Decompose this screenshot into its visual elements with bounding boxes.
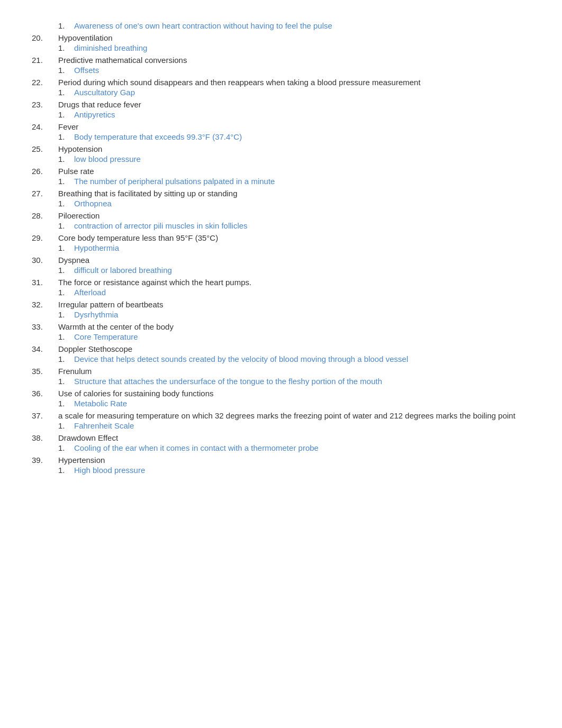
sub-item-31: 1. Afterload	[58, 288, 530, 297]
main-item-35: 35. Frenulum	[32, 367, 530, 376]
main-number-39: 39.	[32, 456, 58, 465]
sub-item-38: 1. Cooling of the ear when it comes in c…	[58, 443, 530, 452]
main-item-38: 38. Drawdown Effect	[32, 433, 530, 442]
sub-item-39: 1. High blood pressure	[58, 466, 530, 475]
sub-number-25: 1.	[58, 154, 74, 163]
sub-item-32: 1. Dysrhythmia	[58, 310, 530, 319]
sub-item-29: 1. Hypothermia	[58, 243, 530, 252]
main-number-26: 26.	[32, 167, 58, 176]
main-number-33: 33.	[32, 322, 58, 331]
sub-text-23: Antipyretics	[74, 110, 530, 119]
entry-19: 1. Awareness of one's own heart contract…	[32, 21, 530, 30]
sub-item-24: 1. Body temperature that exceeds 99.3°F …	[58, 132, 530, 141]
main-item-28: 28. Piloerection	[32, 211, 530, 220]
sub-number-34: 1.	[58, 354, 74, 363]
main-text-22: Period during which sound disappears and…	[58, 78, 530, 87]
main-item-23: 23. Drugs that reduce fever	[32, 100, 530, 109]
main-text-30: Dyspnea	[58, 256, 530, 265]
sub-number-35: 1.	[58, 377, 74, 386]
entry-34: 34. Doppler Stethoscope 1. Device that h…	[32, 344, 530, 363]
main-item-27: 27. Breathing that is facilitated by sit…	[32, 189, 530, 198]
main-text-37: a scale for measuring temperature on whi…	[58, 411, 530, 420]
main-text-21: Predictive mathematical conversions	[58, 56, 530, 65]
main-number-28: 28.	[32, 211, 58, 220]
entry-25: 25. Hypotension 1. low blood pressure	[32, 144, 530, 163]
sub-item-21: 1. Offsets	[58, 66, 530, 75]
sub-number-24: 1.	[58, 132, 74, 141]
sub-number-36: 1.	[58, 399, 74, 408]
main-text-28: Piloerection	[58, 211, 530, 220]
main-text-24: Fever	[58, 122, 530, 131]
main-item-25: 25. Hypotension	[32, 144, 530, 153]
sub-item-26: 1. The number of peripheral pulsations p…	[58, 177, 530, 186]
main-item-37: 37. a scale for measuring temperature on…	[32, 411, 530, 420]
main-text-33: Warmth at the center of the body	[58, 322, 530, 331]
entry-33: 33. Warmth at the center of the body 1. …	[32, 322, 530, 341]
sub-number-20: 1.	[58, 43, 74, 52]
sub-number-37: 1.	[58, 421, 74, 430]
entry-32: 32. Irregular pattern of beartbeats 1. D…	[32, 300, 530, 319]
sub-item-33: 1. Core Temperature	[58, 332, 530, 341]
entry-30: 30. Dyspnea 1. difficult or labored brea…	[32, 256, 530, 275]
main-item-39: 39. Hypertension	[32, 456, 530, 465]
main-number-23: 23.	[32, 100, 58, 109]
entry-29: 29. Core body temperature less than 95°F…	[32, 233, 530, 252]
main-text-36: Use of calories for sustaining body func…	[58, 389, 530, 398]
sub-number-39: 1.	[58, 466, 74, 475]
sub-text-37: Fahrenheit Scale	[74, 421, 530, 430]
entry-38: 38. Drawdown Effect 1. Cooling of the ea…	[32, 433, 530, 452]
sub-number-30: 1.	[58, 266, 74, 275]
entry-23: 23. Drugs that reduce fever 1. Antipyret…	[32, 100, 530, 119]
sub-text-31: Afterload	[74, 288, 530, 297]
sub-number-28: 1.	[58, 221, 74, 230]
main-number-30: 30.	[32, 256, 58, 265]
main-item-29: 29. Core body temperature less than 95°F…	[32, 233, 530, 242]
main-item-36: 36. Use of calories for sustaining body …	[32, 389, 530, 398]
entry-22: 22. Period during which sound disappears…	[32, 78, 530, 97]
main-number-34: 34.	[32, 344, 58, 353]
entry-35: 35. Frenulum 1. Structure that attaches …	[32, 367, 530, 386]
sub-item-37: 1. Fahrenheit Scale	[58, 421, 530, 430]
main-number-20: 20.	[32, 33, 58, 42]
main-number-25: 25.	[32, 144, 58, 153]
entry-39: 39. Hypertension 1. High blood pressure	[32, 456, 530, 475]
entry-26: 26. Pulse rate 1. The number of peripher…	[32, 167, 530, 186]
main-item-30: 30. Dyspnea	[32, 256, 530, 265]
sub-number-22: 1.	[58, 88, 74, 97]
sub-item-30: 1. difficult or labored breathing	[58, 266, 530, 275]
main-item-21: 21. Predictive mathematical conversions	[32, 56, 530, 65]
main-text-32: Irregular pattern of beartbeats	[58, 300, 530, 309]
main-item-26: 26. Pulse rate	[32, 167, 530, 176]
main-item-32: 32. Irregular pattern of beartbeats	[32, 300, 530, 309]
sub-number-21: 1.	[58, 66, 74, 75]
main-number-22: 22.	[32, 78, 58, 87]
sub-text-33: Core Temperature	[74, 332, 530, 341]
sub-text-26: The number of peripheral pulsations palp…	[74, 177, 530, 186]
sub-item-28: 1. contraction of arrector pili muscles …	[58, 221, 530, 230]
entry-21: 21. Predictive mathematical conversions …	[32, 56, 530, 75]
sub-text-30: difficult or labored breathing	[74, 266, 530, 275]
sub-text-22: Auscultatory Gap	[74, 88, 530, 97]
main-text-26: Pulse rate	[58, 167, 530, 176]
sub-number-19: 1.	[58, 21, 74, 30]
main-number-27: 27.	[32, 189, 58, 198]
main-text-23: Drugs that reduce fever	[58, 100, 530, 109]
main-number-36: 36.	[32, 389, 58, 398]
sub-text-21: Offsets	[74, 66, 530, 75]
sub-number-29: 1.	[58, 243, 74, 252]
main-item-24: 24. Fever	[32, 122, 530, 131]
entry-28: 28. Piloerection 1. contraction of arrec…	[32, 211, 530, 230]
sub-text-27: Orthopnea	[74, 199, 530, 208]
sub-number-33: 1.	[58, 332, 74, 341]
main-text-27: Breathing that is facilitated by sitting…	[58, 189, 530, 198]
main-item-33: 33. Warmth at the center of the body	[32, 322, 530, 331]
main-list: 1. Awareness of one's own heart contract…	[21, 16, 541, 483]
entry-37: 37. a scale for measuring temperature on…	[32, 411, 530, 430]
sub-text-24: Body temperature that exceeds 99.3°F (37…	[74, 132, 530, 141]
sub-text-32: Dysrhythmia	[74, 310, 530, 319]
main-text-39: Hypertension	[58, 456, 530, 465]
sub-text-29: Hypothermia	[74, 243, 530, 252]
main-number-29: 29.	[32, 233, 58, 242]
sub-number-23: 1.	[58, 110, 74, 119]
sub-item-19: 1. Awareness of one's own heart contract…	[58, 21, 530, 30]
